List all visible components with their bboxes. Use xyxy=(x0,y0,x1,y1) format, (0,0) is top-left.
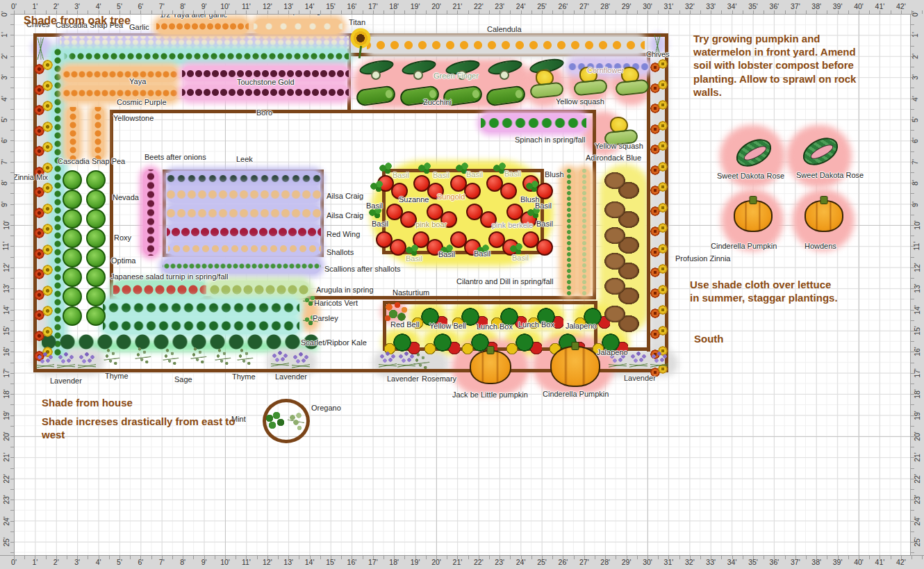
label-profusion-zinnia[interactable]: Profusion Zinnia xyxy=(675,254,731,263)
label-parsley[interactable]: Parsley xyxy=(313,314,338,322)
label-green-finger[interactable]: Green Finger xyxy=(434,72,479,80)
plant-lavtuft[interactable] xyxy=(379,351,397,376)
label-beets-after-onions[interactable]: Beets after onions xyxy=(145,153,206,161)
plant-lettuce[interactable] xyxy=(86,209,106,229)
row-ailsa-craig[interactable] xyxy=(167,186,321,203)
plant-basil[interactable] xyxy=(526,181,540,192)
row-shallots[interactable] xyxy=(168,242,321,256)
label-scarlet-ripbor-kale[interactable]: Scarlet/Ripbor Kale xyxy=(301,338,367,347)
row-parsnip-after-garlic[interactable] xyxy=(254,19,343,34)
plant-pepcluster[interactable] xyxy=(506,332,542,357)
plant-lettuce[interactable] xyxy=(86,267,106,287)
label-suzanne[interactable]: Suzanne xyxy=(399,195,429,204)
label-roxy[interactable]: Roxy xyxy=(114,233,131,242)
label-yaya[interactable]: Yaya xyxy=(129,77,146,85)
label-yellow-squash[interactable]: Yellow squash xyxy=(595,142,643,150)
label-lunch-box[interactable]: Lunch Box xyxy=(477,322,513,331)
label-thyme[interactable]: Thyme xyxy=(105,372,129,380)
plant-pumpkin[interactable] xyxy=(470,350,511,384)
row-ailsa-craig[interactable] xyxy=(167,205,321,222)
label-sage[interactable]: Sage xyxy=(174,375,192,384)
label-basil[interactable]: Basil xyxy=(512,254,529,262)
label-cascadia-snap-pea[interactable]: Cascadia Snap Pea xyxy=(58,157,125,165)
row-cilantro-col[interactable] xyxy=(563,169,575,295)
plant-marigold[interactable] xyxy=(650,264,668,281)
plant-lettuce[interactable] xyxy=(63,267,82,287)
label-japanese-salad-turnip-in-spring-fall[interactable]: Japanese salad turnip in spring/fall xyxy=(110,272,228,281)
plant-marigold[interactable] xyxy=(650,162,668,179)
plant-lettuce[interactable] xyxy=(63,190,82,209)
label-basil[interactable]: Basil xyxy=(372,220,388,228)
plant-chivesp[interactable] xyxy=(33,38,49,60)
label-rosemary[interactable]: Rosemary xyxy=(422,374,456,383)
plant-zinnia[interactable] xyxy=(34,265,55,283)
plant-lavtuft[interactable] xyxy=(57,352,75,377)
label-lunch-box[interactable]: Lunch Box xyxy=(518,320,554,329)
plant-marigold[interactable] xyxy=(650,326,668,343)
plant-basil[interactable] xyxy=(370,181,384,192)
plant-marigold[interactable] xyxy=(650,121,668,138)
plant-zinnia[interactable] xyxy=(34,122,55,140)
label-zucchini[interactable]: Zucchini xyxy=(423,98,452,106)
label-ailsa-craig[interactable]: Ailsa Craig xyxy=(327,192,363,200)
label-cinderella-pumpkin[interactable]: Cinderella Pumpkin xyxy=(711,242,777,250)
label-lavender[interactable]: Lavender xyxy=(624,374,656,382)
label-jalapeno[interactable]: Jalapeno xyxy=(597,348,628,356)
plant-lettuce[interactable] xyxy=(63,248,82,267)
plant-potato[interactable] xyxy=(602,171,642,200)
plant-zinnia[interactable] xyxy=(34,183,55,201)
plant-marigold[interactable] xyxy=(650,285,668,302)
label-leek[interactable]: Leek xyxy=(236,155,253,163)
row-beets-after-onions[interactable] xyxy=(143,170,158,256)
row-yaya[interactable] xyxy=(63,67,178,82)
label-arugula-in-spring[interactable]: Arugula in spring xyxy=(316,286,374,294)
plant-lettuce[interactable] xyxy=(86,170,106,190)
plant-zinnia[interactable] xyxy=(34,286,55,304)
plant-marigold[interactable] xyxy=(650,305,668,322)
plant-lettuce[interactable] xyxy=(86,287,106,306)
plant-marigold[interactable] xyxy=(650,100,668,117)
row-garlic[interactable] xyxy=(60,36,349,49)
plant-lettuce[interactable] xyxy=(86,306,106,326)
label-basil[interactable]: Basil xyxy=(504,170,521,178)
label-cornflower[interactable]: Cornflower xyxy=(587,66,624,74)
label-basil[interactable]: Basil xyxy=(535,201,552,210)
label-ailsa-craig[interactable]: Ailsa Craig xyxy=(327,211,363,220)
plant-tompair[interactable] xyxy=(386,202,420,230)
plant-basil[interactable] xyxy=(510,243,524,254)
label-basil[interactable]: Basil xyxy=(366,201,383,210)
label-adirondack-blue[interactable]: Adirondack Blue xyxy=(586,154,641,162)
plant-lettuce[interactable] xyxy=(86,229,106,248)
label-boro[interactable]: Boro xyxy=(256,108,272,117)
note-use-shade-cloth-over-lettuce-i[interactable]: Use shade cloth over lettuce in summer, … xyxy=(690,278,843,304)
row-snap-pea-row[interactable] xyxy=(63,49,349,63)
plant-zinnia[interactable] xyxy=(34,81,55,99)
plant-lettuce[interactable] xyxy=(63,209,82,229)
row-leek[interactable] xyxy=(167,171,321,186)
label-basil[interactable]: Basil xyxy=(393,171,409,179)
label-scallions-after-shallots[interactable]: Scallions after shallots xyxy=(324,265,400,273)
label-jack-be-little-pumpkin[interactable]: Jack be Little pumpkin xyxy=(452,390,528,399)
plant-tompair[interactable] xyxy=(486,174,520,201)
label-lavender[interactable]: Lavender xyxy=(50,377,82,385)
plant-melon[interactable] xyxy=(734,138,774,168)
plant-potato[interactable] xyxy=(602,200,642,229)
row-yellowstone-col[interactable] xyxy=(67,107,79,160)
row-scallions[interactable] xyxy=(163,258,321,274)
note-try-growing-pumpkin-and-waterm[interactable]: Try growing pumpkin and watermelon in fr… xyxy=(693,32,861,99)
plant-zinnia[interactable] xyxy=(34,101,55,119)
label-red-wing[interactable]: Red Wing xyxy=(327,230,360,238)
plant-lettuce[interactable] xyxy=(86,190,106,209)
plant-cukeleaf[interactable] xyxy=(359,61,395,81)
plant-marigold[interactable] xyxy=(650,203,668,220)
plant-marigold[interactable] xyxy=(650,141,668,158)
plant-zinnia[interactable] xyxy=(34,224,55,242)
label-cinderella-pumpkin[interactable]: Cinderella Pumpkin xyxy=(543,390,609,398)
label-thyme[interactable]: Thyme xyxy=(232,372,256,381)
plant-pepcluster[interactable] xyxy=(424,332,460,357)
plant-zinnia[interactable] xyxy=(34,245,55,263)
label-calendula[interactable]: Calendula xyxy=(487,25,522,33)
label-basil[interactable]: Basil xyxy=(433,171,449,179)
plant-lavtuft[interactable] xyxy=(78,352,96,377)
row-boro[interactable] xyxy=(182,85,349,100)
